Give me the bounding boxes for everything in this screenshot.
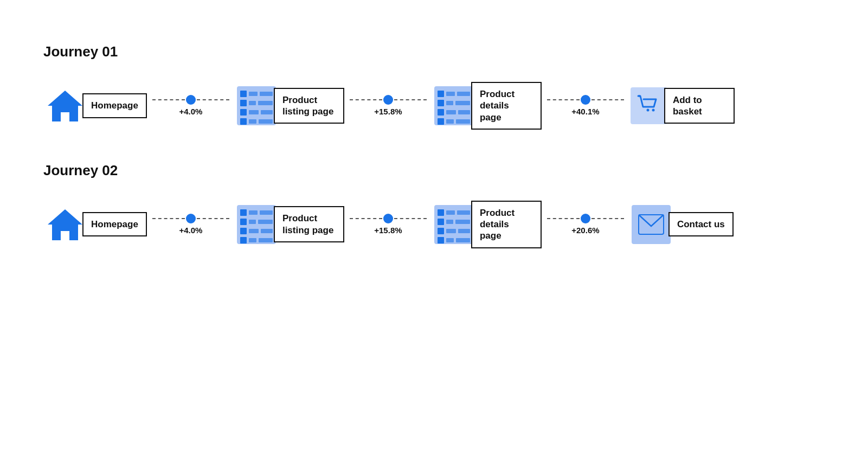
node-product-listing-2: Product listing page	[235, 203, 344, 246]
product-details-2-label: Product details page	[471, 201, 542, 248]
product-details-1-label: Product details page	[471, 82, 542, 130]
node-product-details-2: Product details page	[432, 201, 542, 248]
home-icon-2	[43, 203, 87, 246]
list-page-icon-3	[235, 203, 278, 246]
journey-01-title: Journey 01	[43, 43, 825, 60]
node-homepage-1: Homepage	[43, 84, 147, 127]
connector-1-3: +40.1%	[542, 95, 629, 116]
pct-1-1: +4.0%	[179, 107, 202, 116]
pct-2-3: +20.6%	[571, 226, 599, 235]
list-page-icon-1	[235, 84, 278, 127]
node-product-listing-1: Product listing page	[235, 84, 344, 127]
dot-2-3	[581, 214, 590, 223]
node-contact-us-2: Contact us	[629, 203, 734, 246]
connector-1-2: +15.8%	[344, 95, 432, 116]
add-to-basket-1-label: Add to basket	[664, 88, 735, 124]
svg-point-4	[652, 108, 654, 111]
journey-01-flow: Homepage +4.0%	[43, 82, 825, 130]
svg-rect-1	[60, 98, 70, 108]
node-product-details-1: Product details page	[432, 82, 542, 130]
page-container: Journey 01 Homepage +4.0%	[0, 0, 868, 303]
connector-2-1: +4.0%	[147, 214, 235, 235]
journey-02-section: Journey 02 Homepage +4.0%	[43, 162, 825, 248]
dot-2-1	[186, 214, 196, 223]
svg-rect-2	[631, 87, 667, 124]
pct-1-2: +15.8%	[374, 107, 402, 116]
cart-icon-1	[629, 86, 668, 125]
connector-2-2: +15.8%	[344, 214, 432, 235]
dot-2-2	[383, 214, 393, 223]
dot-1-2	[383, 95, 393, 105]
dot-1-3	[581, 95, 590, 105]
journey-02-title: Journey 02	[43, 162, 825, 179]
svg-point-5	[638, 95, 640, 97]
contact-us-2-label: Contact us	[668, 212, 734, 236]
node-homepage-2: Homepage	[43, 203, 147, 246]
homepage-2-label: Homepage	[82, 212, 147, 236]
dot-1-1	[186, 95, 196, 105]
journey-02-flow: Homepage +4.0%	[43, 201, 825, 248]
list-page-icon-4	[432, 203, 475, 246]
envelope-icon-2	[629, 203, 673, 246]
list-page-icon-2	[432, 84, 475, 127]
homepage-1-label: Homepage	[82, 93, 147, 118]
connector-2-3: +20.6%	[542, 214, 629, 235]
product-listing-1-label: Product listing page	[274, 88, 344, 124]
pct-1-3: +40.1%	[571, 107, 599, 116]
journey-01-section: Journey 01 Homepage +4.0%	[43, 43, 825, 130]
product-listing-2-label: Product listing page	[274, 206, 344, 242]
pct-2-1: +4.0%	[179, 226, 202, 235]
node-add-to-basket-1: Add to basket	[629, 86, 735, 125]
svg-point-3	[646, 108, 649, 111]
svg-marker-6	[48, 209, 82, 240]
pct-2-2: +15.8%	[374, 226, 402, 235]
connector-1-1: +4.0%	[147, 95, 235, 116]
home-icon-1	[43, 84, 87, 127]
